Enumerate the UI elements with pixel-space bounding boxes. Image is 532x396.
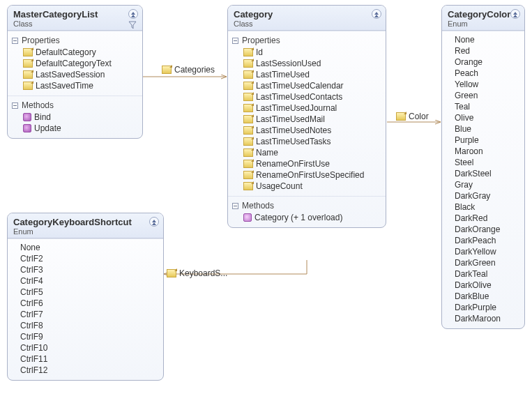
box-header[interactable]: CategoryKeyboardShortcut Enum (8, 213, 163, 238)
property-label: LastSavedTime (36, 81, 93, 91)
enum-value[interactable]: Black (448, 201, 520, 213)
enum-value[interactable]: Green (448, 90, 520, 101)
enum-value[interactable]: CtrlF4 (13, 275, 159, 287)
collapse-icon[interactable] (149, 217, 159, 227)
enum-value[interactable]: Olive (448, 112, 520, 123)
enum-value[interactable]: CtrlF8 (13, 320, 159, 331)
section-header-methods[interactable]: Methods (232, 199, 381, 212)
property-label: UsageCount (256, 181, 303, 191)
minus-icon[interactable] (12, 38, 18, 44)
section-header-properties[interactable]: Properties (12, 34, 138, 47)
class-box-mastercategorylist[interactable]: MasterCategoryList Class Properties Defa… (7, 5, 143, 139)
property-item[interactable]: LastTimeUsedNotes (234, 125, 381, 136)
box-title: CategoryColor (448, 9, 519, 20)
box-header[interactable]: MasterCategoryList Class (8, 6, 142, 31)
property-icon (23, 59, 33, 68)
enum-value[interactable]: DarkYellow (448, 246, 520, 257)
enum-value[interactable]: DarkPurple (448, 302, 520, 313)
property-item[interactable]: RenameOnFirstUseSpecified (234, 169, 381, 181)
enum-value[interactable]: CtrlF7 (13, 309, 159, 320)
connector-label-color[interactable]: Color (396, 112, 429, 121)
section-header-methods[interactable]: Methods (12, 99, 138, 112)
minus-icon[interactable] (12, 102, 18, 109)
enum-value[interactable]: CtrlF3 (13, 264, 159, 275)
enum-value[interactable]: DarkSteel (448, 168, 520, 179)
property-icon (243, 93, 253, 101)
enum-value[interactable]: DarkOlive (448, 280, 520, 291)
connector-text: Color (409, 112, 429, 121)
collapse-icon[interactable] (510, 9, 520, 19)
property-item[interactable]: DefaultCategoryText (13, 58, 138, 69)
property-item[interactable]: LastTimeUsedJournal (234, 102, 381, 114)
section-header-properties[interactable]: Properties (232, 34, 381, 47)
enum-value[interactable]: Steel (448, 157, 520, 168)
method-item[interactable]: Update (13, 123, 138, 134)
section-label: Methods (242, 201, 274, 211)
property-label: LastSavedSession (36, 70, 105, 79)
enum-value[interactable]: DarkGray (448, 190, 520, 201)
minus-icon[interactable] (232, 203, 238, 209)
enum-value[interactable]: Yellow (448, 79, 520, 90)
enum-value[interactable]: Purple (448, 135, 520, 146)
property-item[interactable]: LastTimeUsedContacts (234, 91, 381, 102)
property-label: LastTimeUsed (256, 70, 310, 79)
enum-value[interactable]: CtrlF11 (13, 353, 159, 365)
connector-label-categories[interactable]: Categories (162, 65, 215, 75)
property-item[interactable]: LastSavedSession (13, 69, 138, 80)
enum-value[interactable]: Peach (448, 68, 520, 79)
enum-value[interactable]: Gray (448, 179, 520, 190)
method-item[interactable]: Category (+ 1 overload) (234, 212, 381, 223)
enum-value[interactable]: DarkBlue (448, 291, 520, 302)
method-label: Update (34, 123, 61, 133)
property-label: LastTimeUsedContacts (256, 92, 342, 102)
enum-value[interactable]: DarkTeal (448, 268, 520, 280)
enum-value[interactable]: DarkPeach (448, 235, 520, 246)
enum-value[interactable]: DarkRed (448, 213, 520, 224)
property-item[interactable]: LastTimeUsedCalendar (234, 80, 381, 91)
property-item[interactable]: LastSavedTime (13, 80, 138, 91)
property-item[interactable]: DefaultCategory (13, 47, 138, 58)
enum-value[interactable]: CtrlF9 (13, 331, 159, 342)
box-header[interactable]: CategoryColor Enum (442, 6, 524, 31)
property-item[interactable]: RenameOnFirstUse (234, 158, 381, 169)
enum-value[interactable]: Orange (448, 56, 520, 68)
enum-value[interactable]: DarkGreen (448, 257, 520, 268)
enum-value[interactable]: Blue (448, 123, 520, 135)
enum-box-categorykeyboardshortcut[interactable]: CategoryKeyboardShortcut Enum NoneCtrlF2… (7, 213, 164, 381)
section-label: Methods (22, 100, 54, 110)
property-item[interactable]: Name (234, 147, 381, 158)
enum-value[interactable]: None (448, 34, 520, 45)
property-icon (243, 104, 253, 112)
enum-value[interactable]: None (13, 242, 159, 253)
filter-icon[interactable] (128, 21, 137, 29)
property-item[interactable]: LastTimeUsedTasks (234, 136, 381, 147)
property-item[interactable]: LastTimeUsed (234, 69, 381, 80)
enum-value[interactable]: DarkMaroon (448, 313, 520, 324)
enum-value[interactable]: CtrlF5 (13, 287, 159, 298)
property-item[interactable]: LastTimeUsedMail (234, 114, 381, 125)
enum-value[interactable]: Teal (448, 101, 520, 112)
enum-value[interactable]: CtrlF6 (13, 298, 159, 309)
enum-box-categorycolor[interactable]: CategoryColor Enum NoneRedOrangePeachYel… (441, 5, 525, 329)
enum-value[interactable]: CtrlF2 (13, 253, 159, 264)
collapse-icon[interactable] (128, 9, 138, 19)
class-box-category[interactable]: Category Class Properties IdLastSessionU… (227, 5, 386, 228)
property-item[interactable]: LastSessionUsed (234, 58, 381, 69)
enum-value[interactable]: DarkOrange (448, 224, 520, 235)
connector-label-keyboardshortcut[interactable]: KeyboardS... (167, 268, 227, 278)
collapse-icon[interactable] (372, 9, 381, 19)
method-item[interactable]: Bind (13, 112, 138, 123)
property-item[interactable]: Id (234, 47, 381, 58)
enum-value[interactable]: Maroon (448, 146, 520, 157)
enum-value[interactable]: CtrlF12 (13, 365, 159, 376)
property-icon (243, 82, 253, 90)
enum-value[interactable]: CtrlF10 (13, 342, 159, 353)
box-header[interactable]: Category Class (228, 6, 386, 31)
property-item[interactable]: UsageCount (234, 181, 381, 192)
box-subtitle: Class (13, 20, 137, 28)
minus-icon[interactable] (232, 38, 238, 44)
enum-value[interactable]: Red (448, 45, 520, 56)
property-icon (162, 66, 172, 74)
property-icon (243, 182, 253, 190)
property-icon (243, 160, 253, 168)
